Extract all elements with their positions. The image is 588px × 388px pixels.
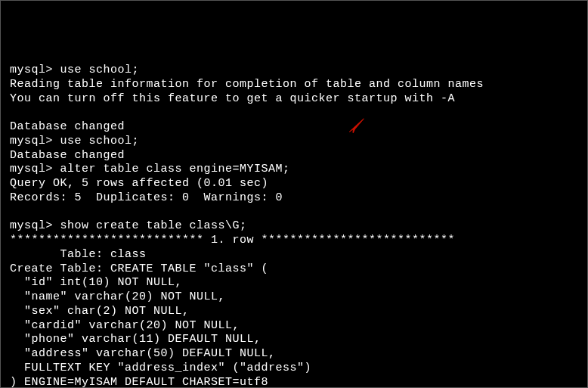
terminal-line (10, 206, 578, 220)
terminal-line: "id" int(10) NOT NULL, (10, 276, 578, 290)
terminal-line: "address" varchar(50) DEFAULT NULL, (10, 347, 578, 362)
terminal-line: "phone" varchar(11) DEFAULT NULL, (10, 333, 578, 347)
terminal-line: "name" varchar(20) NOT NULL, (10, 290, 578, 305)
terminal-line (10, 106, 578, 120)
terminal-line: Query OK, 5 rows affected (0.01 sec) (10, 177, 578, 191)
terminal-line: *************************** 1. row *****… (10, 234, 578, 248)
terminal-line: Database changed (10, 120, 578, 135)
terminal-line: Records: 5 Duplicates: 0 Warnings: 0 (10, 191, 578, 206)
terminal-line: You can turn off this feature to get a q… (10, 92, 578, 107)
terminal-line: mysql> alter table class engine=MYISAM; (10, 163, 578, 177)
terminal-line: Table: class (10, 248, 578, 262)
terminal-line: mysql> use school; (10, 135, 578, 149)
terminal-line: ) ENGINE=MyISAM DEFAULT CHARSET=utf8 (10, 376, 578, 389)
terminal-output: mysql> use school;Reading table informat… (10, 64, 578, 388)
terminal-line: Create Table: CREATE TABLE "class" ( (10, 262, 578, 277)
terminal-line: Database changed (10, 149, 578, 163)
terminal-line: mysql> use school; (10, 64, 578, 78)
terminal-line: FULLTEXT KEY "address_index" ("address") (10, 362, 578, 376)
terminal-line: "cardid" varchar(20) NOT NULL, (10, 319, 578, 334)
terminal-line: Reading table information for completion… (10, 78, 578, 92)
terminal-line: mysql> show create table class\G; (10, 219, 578, 234)
terminal-line: "sex" char(2) NOT NULL, (10, 305, 578, 319)
